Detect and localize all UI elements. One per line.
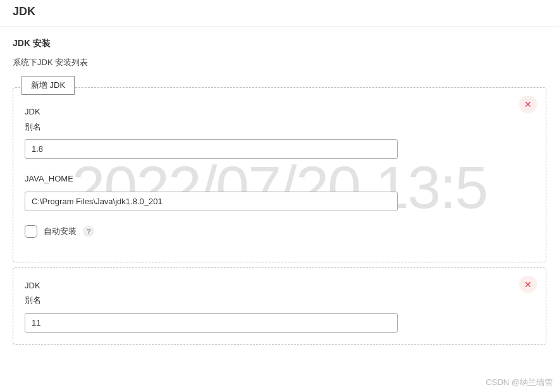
alias-label-line1: JDK [25, 279, 534, 292]
jdk-alias-input[interactable] [25, 313, 398, 333]
close-icon: ✕ [524, 280, 532, 289]
add-jdk-button[interactable]: 新增 JDK [22, 76, 75, 95]
alias-label-line2: 别名 [25, 121, 534, 133]
section-description: 系统下JDK 安装列表 [13, 57, 546, 68]
jdk-entry-block: ✕ JDK 别名 [13, 267, 546, 345]
attribution-text: CSDN @纳兰瑞雪 [486, 377, 553, 388]
close-icon: ✕ [524, 100, 532, 109]
jdk-entry-block: ✕ JDK 别名 JAVA_HOME 自动安装 ? [13, 87, 546, 262]
section-heading: JDK 安装 [13, 38, 546, 49]
page-title: JDK [0, 0, 559, 27]
remove-jdk-button[interactable]: ✕ [519, 95, 537, 113]
auto-install-label: 自动安装 [44, 226, 77, 237]
jdk-alias-input[interactable] [25, 139, 398, 159]
java-home-label: JAVA_HOME [25, 173, 534, 185]
alias-label-line2: 别名 [25, 294, 534, 307]
help-icon[interactable]: ? [83, 226, 94, 237]
java-home-input[interactable] [25, 192, 398, 211]
alias-label-line1: JDK [25, 106, 534, 118]
auto-install-checkbox[interactable] [25, 225, 37, 238]
remove-jdk-button[interactable]: ✕ [519, 276, 537, 293]
